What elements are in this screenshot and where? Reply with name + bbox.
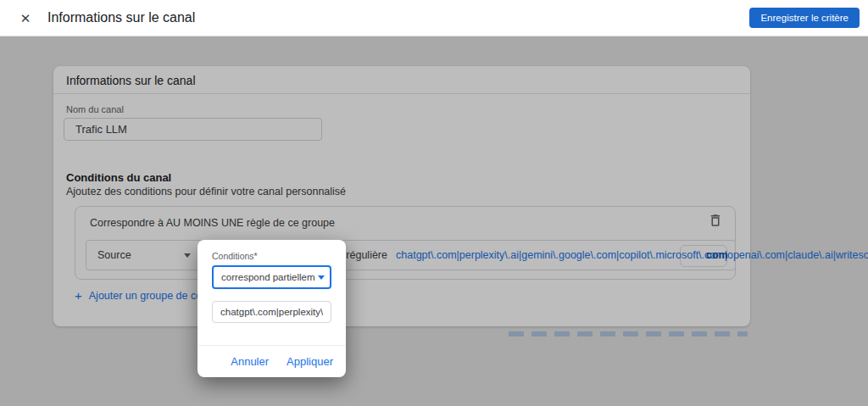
page-title: Informations sur le canal [47,10,195,25]
condition-value-input[interactable] [212,301,331,323]
close-icon[interactable]: ✕ [16,9,35,28]
top-bar: ✕ Informations sur le canal Enregistrer … [0,0,868,36]
match-type-select-value: correspond partiellemen… [221,272,315,282]
dialog-footer: Annuler Appliquer [198,345,346,377]
channel-editor-screen: ✕ Informations sur le canal Enregistrer … [0,0,868,406]
conditions-dialog: Conditions* correspond partiellemen… Ann… [198,240,346,377]
chevron-down-icon [318,275,325,280]
apply-button[interactable]: Appliquer [285,352,335,371]
conditions-dialog-label: Conditions* [212,251,258,261]
save-criteria-button[interactable]: Enregistrer le critère [749,8,860,28]
modal-scrim [0,36,868,406]
cancel-button[interactable]: Annuler [229,352,270,371]
match-type-select[interactable]: correspond partiellemen… [212,265,331,289]
